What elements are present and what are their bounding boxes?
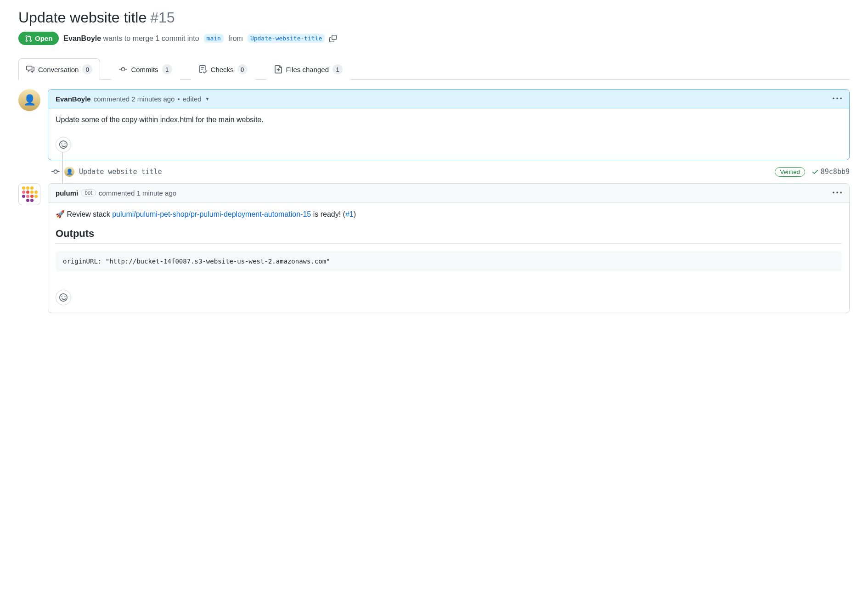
- head-branch[interactable]: Update-website-title: [248, 34, 325, 43]
- files-count: 1: [333, 64, 343, 74]
- pr-author[interactable]: EvanBoyle: [63, 34, 101, 42]
- caret-arrow-icon: [48, 190, 48, 198]
- outputs-heading: Outputs: [56, 228, 842, 244]
- pr-title: Update website title #15: [18, 9, 850, 26]
- pr-number: #15: [150, 9, 175, 26]
- checklist-icon: [199, 65, 207, 73]
- comment-box: EvanBoyle commented 2 minutes ago • edit…: [48, 89, 850, 160]
- commit-row: Update website title Verified 89c8bb9: [18, 160, 850, 183]
- caret-arrow-icon: [48, 96, 48, 104]
- smiley-icon: [59, 293, 68, 302]
- file-diff-icon: [274, 65, 282, 73]
- commits-count: 1: [162, 64, 172, 74]
- conversation-count: 0: [82, 64, 92, 74]
- comment-discussion-icon: [26, 65, 34, 73]
- smiley-icon: [59, 140, 68, 149]
- pr-tabs: Conversation 0 Commits 1 Checks 0 Files …: [18, 58, 850, 80]
- stack-link[interactable]: pulumi/pulumi-pet-shop/pr-pulumi-deploym…: [112, 210, 311, 218]
- comment-body: 🚀 Review stack pulumi/pulumi-pet-shop/pr…: [48, 202, 849, 290]
- bot-badge: bot: [81, 189, 96, 196]
- comment-meta[interactable]: commented 2 minutes ago: [94, 95, 175, 103]
- copy-icon[interactable]: [329, 35, 337, 42]
- kebab-icon[interactable]: [833, 94, 842, 103]
- comment-box: pulumi bot commented 1 minute ago 🚀 Revi…: [48, 183, 850, 313]
- comment-header: pulumi bot commented 1 minute ago: [48, 184, 849, 202]
- commit-sha[interactable]: 89c8bb9: [812, 168, 850, 176]
- verified-badge[interactable]: Verified: [775, 167, 805, 177]
- tab-conversation[interactable]: Conversation 0: [18, 58, 100, 80]
- commit-title[interactable]: Update website title: [79, 168, 162, 176]
- from-text: from: [228, 34, 243, 43]
- checks-count: 0: [237, 64, 248, 74]
- git-commit-icon: [119, 65, 127, 73]
- comment-item: EvanBoyle commented 2 minutes ago • edit…: [18, 89, 850, 160]
- comment-item: pulumi bot commented 1 minute ago 🚀 Revi…: [18, 183, 850, 313]
- comment-header: EvanBoyle commented 2 minutes ago • edit…: [48, 90, 849, 108]
- kebab-icon[interactable]: [833, 188, 842, 197]
- add-reaction-button[interactable]: [56, 137, 71, 152]
- tab-commits[interactable]: Commits 1: [111, 58, 180, 80]
- timeline: EvanBoyle commented 2 minutes ago • edit…: [18, 89, 850, 313]
- run-link[interactable]: #1: [345, 210, 354, 218]
- state-badge: Open: [18, 32, 59, 45]
- code-block: originURL: "http://bucket-14f0087.s3-web…: [56, 251, 842, 271]
- git-pull-request-icon: [25, 35, 32, 42]
- check-icon: [812, 168, 819, 175]
- base-branch[interactable]: main: [204, 34, 224, 43]
- pr-author-action: EvanBoyle wants to merge 1 commit into: [63, 34, 199, 43]
- pr-meta-row: Open EvanBoyle wants to merge 1 commit i…: [18, 32, 850, 45]
- tab-files-changed[interactable]: Files changed 1: [266, 58, 350, 80]
- comment-body: Update some of the copy within index.htm…: [48, 108, 849, 137]
- comment-author[interactable]: EvanBoyle: [56, 95, 91, 103]
- avatar[interactable]: [64, 167, 74, 177]
- avatar[interactable]: [18, 89, 40, 111]
- tab-checks[interactable]: Checks 0: [191, 58, 255, 80]
- edited-label[interactable]: edited: [183, 95, 202, 103]
- git-commit-icon: [51, 168, 60, 176]
- chevron-down-icon[interactable]: ▼: [205, 96, 210, 101]
- pulumi-logo-icon: [19, 183, 40, 205]
- comment-author[interactable]: pulumi: [56, 189, 78, 197]
- comment-meta[interactable]: commented 1 minute ago: [99, 189, 176, 197]
- add-reaction-button[interactable]: [56, 290, 71, 305]
- pr-title-text: Update website title: [18, 9, 147, 26]
- state-label: Open: [35, 34, 52, 42]
- avatar[interactable]: [18, 183, 40, 205]
